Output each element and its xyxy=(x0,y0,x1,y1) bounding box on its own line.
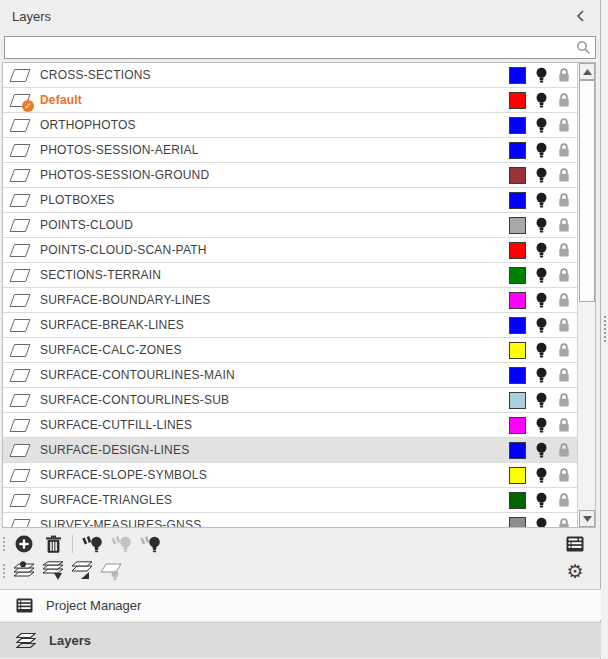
layer-row[interactable]: SURFACE-DESIGN-LINES xyxy=(3,438,578,463)
layer-details-view-button[interactable] xyxy=(562,532,588,556)
layer-visibility-toggle[interactable] xyxy=(530,217,552,234)
layer-color-swatch[interactable] xyxy=(509,92,526,109)
layer-lock-toggle[interactable] xyxy=(554,117,574,133)
layer-color-swatch[interactable] xyxy=(509,192,526,209)
toolbar-drag-handle[interactable] xyxy=(3,564,5,578)
copy-objects-to-layer-button[interactable] xyxy=(69,559,95,583)
layer-lock-toggle[interactable] xyxy=(554,417,574,433)
layer-lock-toggle[interactable] xyxy=(554,442,574,458)
layer-color-swatch[interactable] xyxy=(509,292,526,309)
scroll-up-button[interactable] xyxy=(579,63,595,80)
layers-toolbar-secondary: ⚙ xyxy=(0,558,601,584)
layers-settings-button[interactable]: ⚙ xyxy=(562,559,588,583)
invert-layers-visibility-button[interactable] xyxy=(137,532,163,556)
layer-lock-toggle[interactable] xyxy=(554,392,574,408)
layer-color-swatch[interactable] xyxy=(509,142,526,159)
layer-color-swatch[interactable] xyxy=(509,492,526,509)
layer-lock-toggle[interactable] xyxy=(554,192,574,208)
layer-lock-toggle[interactable] xyxy=(554,467,574,483)
layer-color-swatch[interactable] xyxy=(509,117,526,134)
layer-row[interactable]: SURFACE-BOUNDARY-LINES xyxy=(3,288,578,313)
layer-visibility-toggle[interactable] xyxy=(530,392,552,409)
layer-lock-toggle[interactable] xyxy=(554,267,574,283)
trash-icon xyxy=(45,535,62,554)
set-current-layer-button[interactable] xyxy=(11,559,37,583)
layer-row[interactable]: CROSS-SECTIONS xyxy=(3,63,578,88)
tab-layers[interactable]: Layers xyxy=(0,622,601,658)
layer-visibility-toggle[interactable] xyxy=(530,467,552,484)
layer-row[interactable]: SURFACE-CONTOURLINES-SUB xyxy=(3,388,578,413)
toolbar-drag-handle[interactable] xyxy=(3,537,5,551)
layer-row[interactable]: SURFACE-BREAK-LINES xyxy=(3,313,578,338)
layer-row[interactable]: SURFACE-CUTFILL-LINES xyxy=(3,413,578,438)
layer-row[interactable]: SECTIONS-TERRAIN xyxy=(3,263,578,288)
collapse-panel-button[interactable] xyxy=(572,8,588,24)
layer-row[interactable]: SURFACE-TRIANGLES xyxy=(3,488,578,513)
layer-color-swatch[interactable] xyxy=(509,442,526,459)
layer-color-swatch[interactable] xyxy=(509,167,526,184)
layer-lock-toggle[interactable] xyxy=(554,67,574,83)
layer-visibility-toggle[interactable] xyxy=(530,242,552,259)
layer-lock-toggle[interactable] xyxy=(554,242,574,258)
layer-visibility-toggle[interactable] xyxy=(530,342,552,359)
layer-color-swatch[interactable] xyxy=(509,67,526,84)
layer-color-swatch[interactable] xyxy=(509,342,526,359)
layer-color-swatch[interactable] xyxy=(509,392,526,409)
layer-lock-toggle[interactable] xyxy=(554,517,574,528)
layer-row[interactable]: PHOTOS-SESSION-GROUND xyxy=(3,163,578,188)
layer-row[interactable]: PHOTOS-SESSION-AERIAL xyxy=(3,138,578,163)
layer-visibility-toggle[interactable] xyxy=(530,292,552,309)
layer-lock-toggle[interactable] xyxy=(554,317,574,333)
layer-row[interactable]: POINTS-CLOUD xyxy=(3,213,578,238)
search-input[interactable] xyxy=(4,36,596,59)
layer-visibility-toggle[interactable] xyxy=(530,67,552,84)
layer-row[interactable]: SURFACE-CALC-ZONES xyxy=(3,338,578,363)
layer-visibility-toggle[interactable] xyxy=(530,417,552,434)
layer-lock-toggle[interactable] xyxy=(554,92,574,108)
layer-row[interactable]: ORTHOPHOTOS xyxy=(3,113,578,138)
layer-color-swatch[interactable] xyxy=(509,317,526,334)
layer-lock-toggle[interactable] xyxy=(554,367,574,383)
show-all-layers-button[interactable] xyxy=(79,532,105,556)
layer-visibility-toggle[interactable] xyxy=(530,167,552,184)
layer-color-swatch[interactable] xyxy=(509,467,526,484)
layer-lock-toggle[interactable] xyxy=(554,167,574,183)
hide-all-layers-button[interactable] xyxy=(108,532,134,556)
layer-color-swatch[interactable] xyxy=(509,517,526,529)
layer-visibility-toggle[interactable] xyxy=(530,117,552,134)
move-objects-to-layer-button[interactable] xyxy=(40,559,66,583)
layer-visibility-toggle[interactable] xyxy=(530,142,552,159)
isolate-layer-button[interactable] xyxy=(98,559,124,583)
layer-color-swatch[interactable] xyxy=(509,217,526,234)
layer-visibility-toggle[interactable] xyxy=(530,317,552,334)
layer-row[interactable]: SURFACE-CONTOURLINES-MAIN xyxy=(3,363,578,388)
layer-lock-toggle[interactable] xyxy=(554,492,574,508)
layer-lock-toggle[interactable] xyxy=(554,217,574,233)
layer-visibility-toggle[interactable] xyxy=(530,492,552,509)
scrollbar-thumb[interactable] xyxy=(579,80,595,302)
layer-row[interactable]: POINTS-CLOUD-SCAN-PATH xyxy=(3,238,578,263)
layer-color-swatch[interactable] xyxy=(509,367,526,384)
add-layer-button[interactable] xyxy=(11,532,37,556)
layer-visibility-toggle[interactable] xyxy=(530,192,552,209)
tab-project-manager[interactable]: Project Manager xyxy=(0,589,601,620)
layer-visibility-toggle[interactable] xyxy=(530,267,552,284)
layer-lock-toggle[interactable] xyxy=(554,292,574,308)
scroll-down-button[interactable] xyxy=(579,510,595,527)
layer-visibility-toggle[interactable] xyxy=(530,442,552,459)
layer-color-swatch[interactable] xyxy=(509,267,526,284)
layer-row[interactable]: SURVEY-MEASURES-GNSS xyxy=(3,513,578,528)
layer-color-swatch[interactable] xyxy=(509,242,526,259)
layer-visibility-toggle[interactable] xyxy=(530,367,552,384)
layer-row[interactable]: ✓ Default xyxy=(3,88,578,113)
layer-visibility-toggle[interactable] xyxy=(530,92,552,109)
layer-color-swatch[interactable] xyxy=(509,417,526,434)
layer-lock-toggle[interactable] xyxy=(554,342,574,358)
delete-layer-button[interactable] xyxy=(40,532,66,556)
layer-visibility-toggle[interactable] xyxy=(530,517,552,529)
layer-row[interactable]: PLOTBOXES xyxy=(3,188,578,213)
layer-row[interactable]: SURFACE-SLOPE-SYMBOLS xyxy=(3,463,578,488)
layer-lock-toggle[interactable] xyxy=(554,142,574,158)
list-scrollbar[interactable] xyxy=(577,63,595,527)
panel-resize-splitter[interactable] xyxy=(601,0,608,659)
